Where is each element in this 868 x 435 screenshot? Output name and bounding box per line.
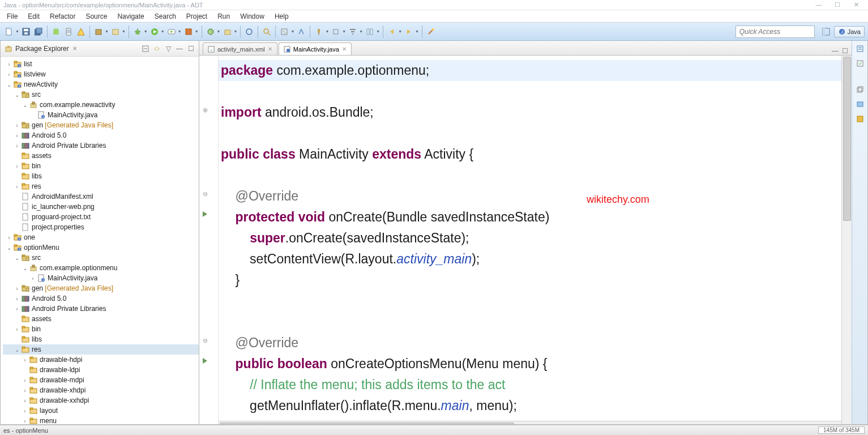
forward-icon[interactable]	[403, 26, 414, 37]
menu-project[interactable]: Project	[182, 11, 212, 22]
tree-twisty-icon[interactable]: ›	[21, 408, 29, 414]
lint-icon[interactable]	[75, 26, 87, 37]
collapse-all-icon[interactable]	[141, 44, 150, 53]
tree-item[interactable]: ›menu	[3, 416, 199, 424]
minimize-icon[interactable]: —	[810, 1, 827, 8]
tree-item[interactable]: ›drawable-xhdpi	[3, 385, 199, 395]
vscroll-thumb[interactable]	[843, 57, 851, 221]
tree-twisty-icon[interactable]: ⌄	[21, 265, 29, 271]
menu-help[interactable]: Help	[270, 11, 293, 22]
menu-navigate[interactable]: Navigate	[113, 11, 148, 22]
menu-edit[interactable]: Edit	[23, 11, 44, 22]
perspective-icon[interactable]	[364, 26, 375, 37]
tree-twisty-icon[interactable]: ›	[13, 285, 21, 292]
open-perspective-icon[interactable]	[820, 26, 832, 37]
tree-item[interactable]: ›Android Private Libraries	[3, 140, 199, 151]
new-class-icon[interactable]: C	[205, 26, 216, 37]
tree-twisty-icon[interactable]: ›	[21, 357, 29, 363]
tree-item[interactable]: ›drawable-hdpi	[3, 355, 199, 365]
outline-icon[interactable]	[854, 43, 866, 54]
tree-item[interactable]: ›res	[3, 181, 199, 191]
external-tools-icon[interactable]	[183, 26, 194, 37]
tree-item[interactable]: ›gen [Generated Java Files]	[3, 120, 199, 130]
view-close-icon[interactable]: ✕	[72, 45, 77, 52]
tree-item[interactable]: ›drawable-xxhdpi	[3, 395, 199, 406]
task-icon[interactable]	[330, 26, 341, 37]
override-marker-icon[interactable]	[203, 358, 208, 364]
link-editor-icon[interactable]	[152, 44, 161, 53]
code-viewport[interactable]: wikitechy.com package com.example.option…	[219, 56, 841, 424]
tree-item[interactable]: ›Android Private Libraries	[3, 304, 199, 314]
minimize-view-icon[interactable]: —	[175, 44, 184, 53]
tree-item[interactable]: ›drawable-mdpi	[3, 375, 199, 385]
maximize-view-icon[interactable]: ☐	[186, 44, 195, 53]
tree-item[interactable]: ›bin	[3, 161, 199, 171]
tree-twisty-icon[interactable]: ›	[13, 143, 21, 149]
hscroll-thumb[interactable]	[220, 423, 514, 424]
tree-twisty-icon[interactable]: ›	[13, 306, 21, 312]
tree-twisty-icon[interactable]: ›	[13, 122, 21, 129]
tree-twisty-icon[interactable]: ⌄	[13, 255, 21, 261]
search-icon[interactable]	[261, 26, 272, 37]
save-all-icon[interactable]	[33, 26, 44, 37]
tree-twisty-icon[interactable]: ›	[21, 398, 29, 404]
tree-twisty-icon[interactable]: ›	[5, 71, 13, 78]
toggle-mark-icon[interactable]	[279, 26, 290, 37]
tasklist-icon[interactable]	[854, 58, 866, 69]
tree-item[interactable]: assets	[3, 151, 199, 161]
tab-close-icon[interactable]: ✕	[342, 46, 347, 52]
fold-marker-icon[interactable]: ⊖	[203, 337, 208, 344]
close-icon[interactable]: ✕	[848, 1, 865, 8]
tree-twisty-icon[interactable]: ⌄	[5, 82, 13, 88]
properties-icon[interactable]	[854, 113, 866, 125]
maximize-icon[interactable]: ☐	[829, 1, 846, 8]
run-icon[interactable]	[149, 26, 160, 37]
editor-minimize-icon[interactable]: —	[832, 47, 839, 55]
android-sdk-icon[interactable]	[50, 26, 62, 37]
tree-item[interactable]: ⌄com.example.newactivity	[3, 100, 199, 110]
filter-icon[interactable]	[347, 26, 358, 37]
tree-item[interactable]: ›JMainActivity.java	[3, 273, 199, 283]
fold-marker-icon[interactable]: ⊖	[203, 190, 208, 198]
code-content[interactable]: package com.example.optionmenu; import a…	[219, 56, 841, 421]
tree-item[interactable]: ⌄res	[3, 344, 199, 355]
tree-item[interactable]: libs	[3, 334, 199, 344]
tree-item[interactable]: ›Jlistview	[3, 69, 199, 79]
new-package-icon[interactable]	[110, 26, 121, 37]
tree-item[interactable]: libs	[3, 171, 199, 181]
tree-twisty-icon[interactable]: ⌄	[13, 347, 21, 353]
java-perspective-button[interactable]: J Java	[834, 26, 865, 37]
tree-twisty-icon[interactable]: ›	[13, 326, 21, 332]
tree-twisty-icon[interactable]: ›	[5, 61, 13, 67]
annotation-icon[interactable]	[296, 26, 307, 37]
tree-twisty-icon[interactable]: ⌄	[21, 102, 29, 108]
menu-window[interactable]: Window	[236, 11, 269, 22]
package-tree[interactable]: ›Jlist›Jlistview⌄JnewActivity⌄src⌄com.ex…	[1, 57, 199, 424]
tree-twisty-icon[interactable]: ›	[21, 377, 29, 383]
tree-twisty-icon[interactable]: ⌄	[5, 245, 13, 251]
tree-item[interactable]: JMainActivity.java	[3, 110, 199, 120]
tree-twisty-icon[interactable]: ›	[13, 296, 21, 302]
save-icon[interactable]	[20, 26, 32, 37]
tree-twisty-icon[interactable]: ⌄	[13, 92, 21, 98]
run-last-icon[interactable]	[166, 26, 177, 37]
editor-tab[interactable]: xactivity_main.xml✕	[203, 42, 277, 55]
tree-twisty-icon[interactable]: ›	[29, 275, 37, 282]
menu-run[interactable]: Run	[213, 11, 234, 22]
menu-search[interactable]: Search	[150, 11, 181, 22]
tree-item[interactable]: proguard-project.txt	[3, 212, 199, 222]
tree-item[interactable]: ›Android 5.0	[3, 130, 199, 140]
debug-icon[interactable]	[132, 26, 143, 37]
tree-twisty-icon[interactable]: ›	[13, 133, 21, 139]
new-package2-icon[interactable]	[222, 26, 233, 37]
tree-item[interactable]: ›Android 5.0	[3, 293, 199, 304]
tree-item[interactable]: ›layout	[3, 406, 199, 416]
tree-twisty-icon[interactable]: ›	[21, 418, 29, 424]
tree-item[interactable]: ic_launcher-web.png	[3, 202, 199, 212]
tree-item[interactable]: ›bin	[3, 324, 199, 334]
pin-icon[interactable]	[313, 26, 324, 37]
tree-twisty-icon[interactable]: ›	[13, 184, 21, 190]
tree-item[interactable]: ⌄JoptionMenu	[3, 242, 199, 253]
avd-manager-icon[interactable]	[63, 26, 74, 37]
new-project-icon[interactable]	[93, 26, 104, 37]
